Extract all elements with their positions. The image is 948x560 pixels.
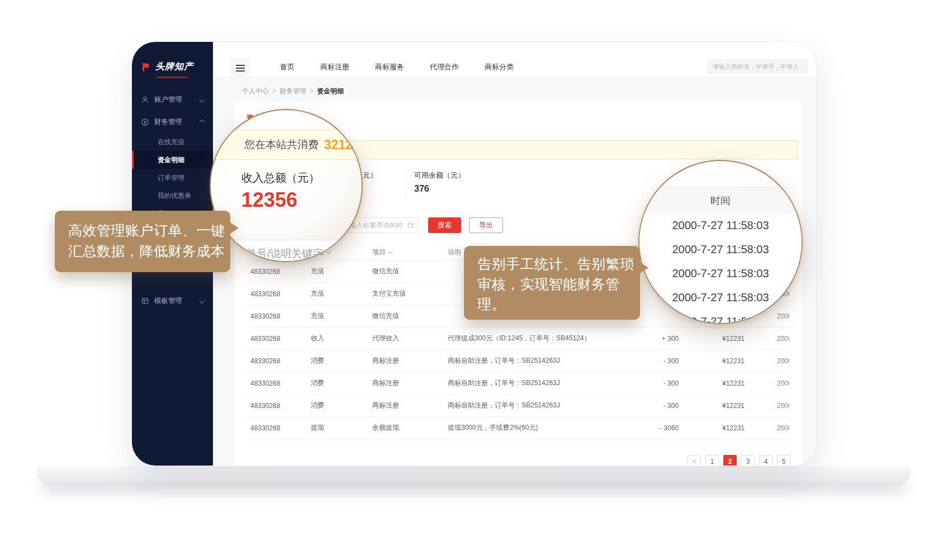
cell-type: 收入 (311, 334, 372, 343)
breadcrumb-separator: > (272, 87, 276, 95)
breadcrumb-current: 资金明细 (317, 87, 344, 95)
brand-flag-icon (140, 61, 151, 73)
nav-trademark-register[interactable]: 商标注册 (307, 59, 362, 77)
pagination-prev-button[interactable]: < (688, 455, 701, 466)
cell-time: 2000-7-27 11:58:03 (745, 379, 789, 387)
sidebar-item-fund-details[interactable]: 资金明细 (132, 151, 213, 169)
cell-amount: - 300 (641, 357, 679, 365)
cell-time: 2000-7-27 11:58:03 (745, 335, 789, 343)
cell-order: 48330268 (247, 379, 311, 387)
callout-arrow (639, 262, 648, 274)
pagination-page-2[interactable]: 2 (723, 455, 737, 466)
magnified-income-value: 12356 (241, 188, 297, 212)
pagination-page-1[interactable]: 1 (705, 455, 719, 466)
cell-balance: ¥12231 (679, 357, 745, 365)
cell-project: 商标注册 (372, 401, 448, 410)
cell-balance: ¥12231 (679, 424, 745, 432)
cell-desc: 代理提成300元（ID:1245，订单号：SB45124） (448, 334, 641, 343)
cell-type: 充值 (311, 267, 372, 276)
cell-project: 微信充值 (372, 311, 448, 321)
cell-type: 提现 (311, 423, 372, 433)
col-header-label: 说明 (448, 248, 461, 257)
cell-order: 48330268 (247, 312, 311, 320)
nav-agent-cooperation[interactable]: 代理合作 (417, 59, 472, 77)
chevron-down-icon (200, 97, 205, 102)
magnified-time-row: 2000-7-27 11:58:03 (639, 262, 802, 286)
cell-type: 充值 (311, 311, 372, 321)
cell-order: 48330268 (247, 335, 311, 343)
magnified-banner: 您在本站共消费 32124 (210, 130, 363, 160)
breadcrumb-personal-center[interactable]: 个人中心 (242, 87, 269, 95)
cell-project: 代理收入 (372, 334, 448, 343)
trademark-search-input[interactable] (707, 59, 808, 74)
sort-chevron-icon (388, 249, 392, 254)
callout-text: 理。 (477, 294, 640, 314)
cell-order: 48330268 (247, 268, 311, 276)
cell-project: 商标注册 (372, 378, 448, 388)
cell-project: 微信充值 (372, 267, 448, 276)
cell-amount: - 3060 (641, 424, 679, 432)
top-navbar: 首页 商标注册 商标服务 代理合作 商标分类 (213, 42, 816, 78)
sidebar-item-online-recharge[interactable]: 在线充值 (132, 133, 213, 151)
sidebar-item-coupons[interactable]: 我的优惠券 (132, 187, 213, 205)
cell-order: 48330268 (247, 424, 311, 432)
magnifier-circle-right: 时间 2000-7-27 11:58:03 2000-7-27 11:58:03… (638, 160, 803, 324)
stat-label: 可用余额（元） (414, 170, 465, 181)
pagination-page-3[interactable]: 3 (741, 455, 755, 466)
callout-text: 告别手工统计、告别繁琐 (477, 254, 640, 274)
table-row: 48330268 提现 余额提现 提现3000元，手续费2%(60元) - 30… (247, 417, 790, 439)
sidebar-item-finance[interactable]: 财务管理 (132, 111, 213, 133)
cell-type: 消费 (311, 401, 372, 410)
cell-desc: 提现3000元，手续费2%(60元) (448, 423, 641, 433)
cell-project: 余额提现 (372, 423, 448, 433)
callout-text: 汇总数据，降低财务成本 (68, 241, 230, 262)
callout-text: 高效管理账户订单、一键 (68, 220, 230, 241)
col-header-project[interactable]: 项目 (372, 248, 448, 257)
cell-desc: 商标自助注册，订单号：SB2514263J (448, 378, 641, 388)
callout-text: 审核，实现智能财务管 (477, 274, 640, 294)
col-header-label: 项目 (372, 248, 386, 257)
table-row: 48330268 收入 代理收入 代理提成300元（ID:1245，订单号：SB… (247, 328, 790, 350)
search-button[interactable]: 搜索 (428, 217, 461, 233)
breadcrumb-finance[interactable]: 财务管理 (279, 87, 306, 95)
stat-label: （元） (356, 170, 406, 181)
laptop-base (36, 467, 911, 486)
magnified-income-label: 收入总额（元） (241, 170, 320, 186)
callout-left: 高效管理账户订单、一键 汇总数据，降低财务成本 (55, 211, 230, 272)
menu-hamburger-icon[interactable] (230, 59, 250, 77)
cell-order: 48330268 (247, 357, 311, 365)
nav-home[interactable]: 首页 (267, 59, 307, 77)
export-button[interactable]: 导出 (469, 217, 503, 233)
callout-arrow (229, 222, 239, 234)
cell-balance: ¥12231 (679, 335, 745, 343)
table-row: 48330268 消费 商标注册 商标自助注册，订单号：SB2514263J -… (247, 350, 790, 372)
cell-time: 2000-7-27 11:58:03 (745, 402, 789, 410)
nav-trademark-category[interactable]: 商标分类 (472, 59, 527, 77)
cell-time: 2000-7-27 11:58:03 (745, 357, 789, 365)
sidebar-item-template[interactable]: 模板管理 (132, 290, 213, 312)
cell-type: 消费 (311, 378, 372, 388)
calendar-icon[interactable] (407, 221, 414, 229)
top-nav: 首页 商标注册 商标服务 代理合作 商标分类 (267, 59, 527, 77)
pagination-page-5[interactable]: 5 (777, 455, 790, 466)
magnified-time-header: 时间 (639, 187, 802, 215)
template-icon (141, 297, 149, 305)
magnified-time-row: 2000-7-27 11:58:03 (639, 213, 802, 238)
magnified-banner-text: 您在本站共消费 (244, 137, 319, 152)
cell-balance: ¥12231 (679, 379, 745, 387)
cell-amount: - 300 (641, 402, 679, 410)
user-icon (141, 96, 149, 104)
magnified-time-row: 2000-7-27 11:58:03 (639, 238, 802, 262)
cell-desc: 商标自助注册，订单号：SB2514263J (448, 401, 641, 410)
nav-trademark-service[interactable]: 商标服务 (362, 59, 417, 77)
cell-balance: ¥12231 (679, 402, 745, 410)
pagination-page-4[interactable]: 4 (759, 455, 772, 466)
sidebar-item-account[interactable]: 账户管理 (132, 88, 213, 111)
sidebar-item-order-management[interactable]: 订单管理 (132, 169, 213, 187)
chevron-up-icon (200, 119, 205, 125)
cell-project: 支付宝充值 (372, 289, 448, 298)
table-row: 48330268 消费 商标注册 商标自助注册，订单号：SB2514263J -… (247, 372, 790, 395)
cell-desc: 商标自助注册，订单号：SB2514263J (448, 356, 641, 366)
cell-project: 商标注册 (372, 356, 448, 366)
cell-amount: + 300 (641, 335, 679, 343)
